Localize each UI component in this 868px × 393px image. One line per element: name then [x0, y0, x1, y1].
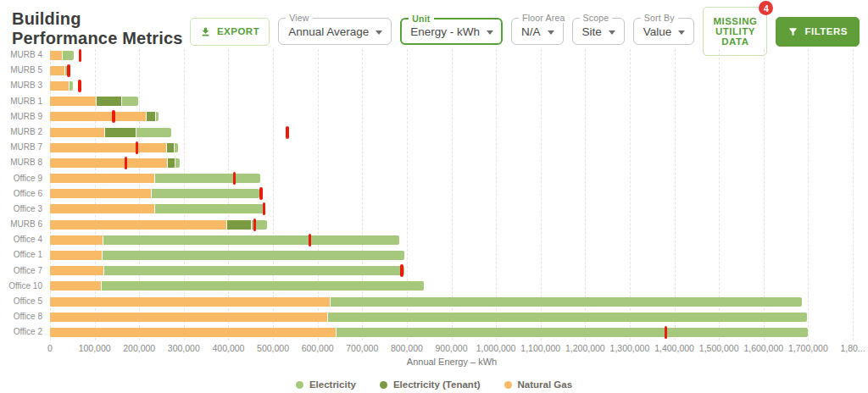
target-marker — [136, 141, 139, 154]
bar — [50, 251, 404, 260]
bar-segment-natural-gas[interactable] — [50, 266, 104, 275]
bar — [50, 313, 807, 322]
chevron-down-icon — [609, 30, 615, 35]
export-button[interactable]: EXPORT — [190, 18, 270, 46]
category-label: Office 6 — [0, 186, 42, 202]
legend-item-electricity-tenant[interactable]: Electricity (Tenant) — [380, 379, 481, 390]
x-tick-label: 1,80... — [840, 343, 865, 353]
dropdown-scope[interactable]: ScopeSite — [572, 18, 625, 45]
bar-segment-electricity[interactable] — [70, 81, 74, 91]
filters-button[interactable]: FILTERS — [776, 17, 860, 47]
dropdown-view[interactable]: ViewAnnual Average — [278, 18, 392, 45]
bar-segment-electricity-tenant[interactable] — [97, 97, 123, 106]
x-axis-title: Annual Energy – kWh — [407, 357, 497, 367]
target-marker — [78, 80, 81, 92]
bar-segment-electricity[interactable] — [104, 266, 404, 275]
target-marker — [263, 202, 266, 215]
bar-segment-natural-gas[interactable] — [50, 328, 337, 337]
category-label: MURB 1 — [0, 94, 42, 109]
bar-segment-electricity[interactable] — [155, 174, 260, 183]
bar — [50, 51, 74, 60]
bar-segment-electricity[interactable] — [155, 204, 264, 213]
category-label: MURB 2 — [0, 125, 42, 140]
target-marker — [112, 110, 115, 123]
bar-segment-electricity[interactable] — [103, 235, 399, 245]
bar-segment-natural-gas[interactable] — [50, 112, 147, 121]
bar-segment-electricity[interactable] — [337, 328, 808, 337]
bar-segment-natural-gas[interactable] — [50, 281, 102, 291]
bar-row-office-2: Office 2 — [0, 324, 868, 340]
bar-segment-natural-gas[interactable] — [50, 66, 65, 75]
legend-item-natural-gas[interactable]: Natural Gas — [504, 379, 573, 390]
bar-segment-natural-gas[interactable] — [50, 204, 155, 213]
bar-segment-natural-gas[interactable] — [50, 158, 168, 168]
category-label: MURB 9 — [0, 109, 42, 125]
category-label: Office 3 — [0, 202, 42, 217]
bar-segment-electricity[interactable] — [328, 313, 807, 322]
bar — [50, 81, 73, 91]
bar-segment-natural-gas[interactable] — [50, 297, 331, 307]
bar-segment-electricity-tenant[interactable] — [168, 158, 175, 168]
dropdown-label: Floor Area — [519, 13, 568, 23]
bar-segment-electricity[interactable] — [103, 251, 404, 260]
bar-segment-natural-gas[interactable] — [50, 128, 105, 137]
bar-segment-natural-gas[interactable] — [50, 97, 97, 106]
legend-dot — [504, 381, 512, 389]
bar-segment-natural-gas[interactable] — [50, 235, 103, 245]
category-label: Office 5 — [0, 294, 42, 309]
target-marker — [253, 219, 257, 231]
bar-row-office-7: Office 7 — [0, 263, 868, 279]
chart-legend: ElectricityElectricity (Tenant)Natural G… — [0, 379, 868, 390]
bar-segment-electricity-tenant[interactable] — [105, 128, 136, 137]
dropdown-floor-area[interactable]: Floor AreaN/A — [511, 18, 564, 45]
bar-segment-electricity[interactable] — [102, 281, 424, 291]
bar-segment-electricity[interactable] — [175, 143, 178, 152]
bar-segment-electricity[interactable] — [136, 128, 172, 137]
dropdown-unit[interactable]: UnitEnergy - kWh — [400, 18, 503, 45]
bar-segment-electricity-tenant[interactable] — [147, 112, 156, 121]
dropdown-value: Value — [643, 25, 672, 38]
bar-segment-electricity[interactable] — [156, 112, 159, 121]
bar-segment-natural-gas[interactable] — [50, 51, 63, 60]
x-tick-label: 1,700,000 — [788, 343, 828, 353]
target-marker — [665, 326, 668, 339]
legend-label: Natural Gas — [518, 379, 573, 390]
bar — [50, 143, 178, 152]
bar-segment-natural-gas[interactable] — [50, 189, 152, 198]
bar-segment-electricity[interactable] — [175, 158, 180, 168]
x-tick-label: 1,200,000 — [565, 343, 605, 353]
bar-segment-natural-gas[interactable] — [50, 143, 167, 152]
dropdown-label: Scope — [580, 13, 613, 23]
bar-segment-electricity-tenant[interactable] — [227, 220, 252, 230]
bar — [50, 189, 259, 198]
bar-segment-natural-gas[interactable] — [50, 313, 328, 322]
target-marker — [79, 49, 82, 62]
bar-row-office-5: Office 5 — [0, 294, 868, 309]
x-tick-label: 300,000 — [168, 343, 200, 353]
category-label: MURB 7 — [0, 140, 42, 155]
bar — [50, 174, 260, 183]
chevron-down-icon — [376, 30, 382, 35]
dropdown-sort-by[interactable]: Sort ByValue — [633, 18, 695, 45]
bar-row-office-8: Office 8 — [0, 309, 868, 324]
chevron-down-icon — [548, 30, 554, 35]
bar-row-office-9: Office 9 — [0, 171, 868, 186]
bar-segment-electricity[interactable] — [122, 97, 138, 106]
category-label: Office 4 — [0, 232, 42, 247]
bar — [50, 158, 180, 168]
bar-row-office-1: Office 1 — [0, 247, 868, 263]
category-label: Office 8 — [0, 309, 42, 324]
bar-row-murb-1: MURB 1 — [0, 94, 868, 109]
bar-segment-electricity-tenant[interactable] — [167, 143, 175, 152]
bar-segment-natural-gas[interactable] — [50, 174, 155, 183]
dropdown-label: View — [286, 13, 312, 23]
x-tick-label: 500,000 — [257, 343, 289, 353]
bar-segment-natural-gas[interactable] — [50, 81, 70, 91]
bar-segment-electricity[interactable] — [63, 51, 75, 60]
bar-segment-electricity[interactable] — [152, 189, 259, 198]
bar-segment-natural-gas[interactable] — [50, 251, 103, 260]
bar-segment-electricity[interactable] — [331, 297, 802, 307]
bar-segment-natural-gas[interactable] — [50, 220, 227, 230]
legend-item-electricity[interactable]: Electricity — [296, 379, 356, 390]
x-tick-label: 800,000 — [391, 343, 423, 353]
